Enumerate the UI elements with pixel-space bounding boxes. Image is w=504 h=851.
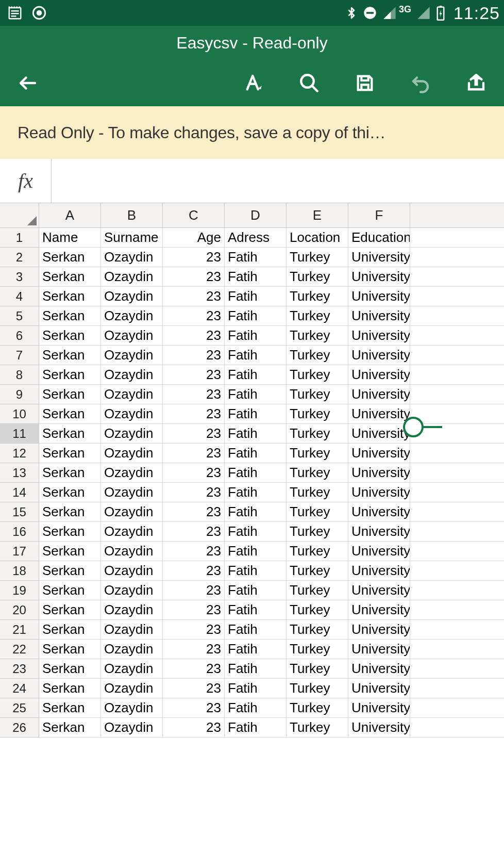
table-row[interactable]: 21SerkanOzaydin23FatihTurkeyUniversity	[0, 620, 504, 640]
cell[interactable]: 23	[163, 424, 225, 444]
formula-input[interactable]	[52, 159, 504, 203]
cell[interactable]: Turkey	[287, 561, 348, 581]
row-header[interactable]: 20	[0, 600, 39, 620]
cell[interactable]: 23	[163, 718, 225, 738]
row-header[interactable]: 6	[0, 326, 39, 346]
cell[interactable]: Serkan	[39, 365, 101, 385]
cell[interactable]: Ozaydin	[101, 679, 163, 698]
table-row[interactable]: 16SerkanOzaydin23FatihTurkeyUniversity	[0, 522, 504, 542]
cell[interactable]: Serkan	[39, 502, 101, 522]
table-row[interactable]: 8SerkanOzaydin23FatihTurkeyUniversity	[0, 365, 504, 385]
cell[interactable]: Turkey	[287, 346, 348, 365]
cell[interactable]: 23	[163, 385, 225, 404]
cell[interactable]: 23	[163, 620, 225, 640]
cell[interactable]: Fatih	[225, 385, 287, 404]
cell[interactable]: Fatih	[225, 404, 287, 424]
cell[interactable]: 23	[163, 522, 225, 542]
column-header-overflow[interactable]	[410, 203, 504, 228]
cell[interactable]: Serkan	[39, 581, 101, 600]
cell[interactable]: Serkan	[39, 385, 101, 404]
cell[interactable]: Ozaydin	[101, 522, 163, 542]
cell[interactable]: Fatih	[225, 522, 287, 542]
cell[interactable]: Fatih	[225, 561, 287, 581]
cell[interactable]: Ozaydin	[101, 698, 163, 718]
cell[interactable]: University	[348, 698, 410, 718]
cell[interactable]: University	[348, 620, 410, 640]
row-header[interactable]: 5	[0, 306, 39, 326]
cell[interactable]: Ozaydin	[101, 385, 163, 404]
cell[interactable]: Fatih	[225, 306, 287, 326]
cell[interactable]: 23	[163, 463, 225, 483]
cell[interactable]: 23	[163, 248, 225, 267]
cell[interactable]: 23	[163, 365, 225, 385]
cell[interactable]: Fatih	[225, 483, 287, 502]
cell[interactable]: 23	[163, 346, 225, 365]
cell[interactable]: University	[348, 463, 410, 483]
cell[interactable]: Ozaydin	[101, 600, 163, 620]
cell[interactable]: University	[348, 444, 410, 463]
cell[interactable]: Fatih	[225, 659, 287, 679]
row-header[interactable]: 17	[0, 542, 39, 561]
cell[interactable]: Turkey	[287, 620, 348, 640]
cell[interactable]: Turkey	[287, 502, 348, 522]
cell[interactable]: 23	[163, 679, 225, 698]
column-header-C[interactable]: C	[163, 203, 225, 228]
cell[interactable]: Fatih	[225, 326, 287, 346]
cell[interactable]	[410, 620, 504, 640]
cell[interactable]: University	[348, 346, 410, 365]
row-header[interactable]: 26	[0, 718, 39, 738]
cell[interactable]: University	[348, 385, 410, 404]
cell[interactable]: Serkan	[39, 679, 101, 698]
cell[interactable]	[410, 385, 504, 404]
cell[interactable]: University	[348, 326, 410, 346]
cell[interactable]: Fatih	[225, 267, 287, 287]
cell[interactable]: Ozaydin	[101, 444, 163, 463]
cell[interactable]: Turkey	[287, 522, 348, 542]
cell[interactable]	[410, 542, 504, 561]
cell[interactable]: 23	[163, 640, 225, 659]
back-button[interactable]	[15, 71, 40, 95]
cell[interactable]: Turkey	[287, 483, 348, 502]
column-header-A[interactable]: A	[39, 203, 101, 228]
column-header-D[interactable]: D	[225, 203, 287, 228]
cell[interactable]: University	[348, 306, 410, 326]
cell[interactable]: University	[348, 581, 410, 600]
table-row[interactable]: 15SerkanOzaydin23FatihTurkeyUniversity	[0, 502, 504, 522]
cell[interactable]: Fatih	[225, 698, 287, 718]
table-row[interactable]: 3SerkanOzaydin23FatihTurkeyUniversity	[0, 267, 504, 287]
cell[interactable]: University	[348, 267, 410, 287]
row-header[interactable]: 16	[0, 522, 39, 542]
cell[interactable]: University	[348, 600, 410, 620]
cell[interactable]	[410, 444, 504, 463]
cell[interactable]: Turkey	[287, 679, 348, 698]
cell[interactable]: 23	[163, 698, 225, 718]
cell[interactable]: Turkey	[287, 287, 348, 306]
cell[interactable]: Serkan	[39, 248, 101, 267]
cell[interactable]: 23	[163, 561, 225, 581]
row-header[interactable]: 11	[0, 424, 39, 444]
cell[interactable]: Ozaydin	[101, 287, 163, 306]
cell[interactable]: Turkey	[287, 640, 348, 659]
cell[interactable]: University	[348, 542, 410, 561]
cell[interactable]: Turkey	[287, 385, 348, 404]
cell[interactable]: Turkey	[287, 365, 348, 385]
cell[interactable]: Serkan	[39, 522, 101, 542]
cell[interactable]: 23	[163, 542, 225, 561]
cell[interactable]: Turkey	[287, 424, 348, 444]
table-row[interactable]: 24SerkanOzaydin23FatihTurkeyUniversity	[0, 679, 504, 698]
cell[interactable]: Turkey	[287, 248, 348, 267]
cell[interactable]: Adress	[225, 228, 287, 248]
cell[interactable]	[410, 600, 504, 620]
cell[interactable]: Ozaydin	[101, 502, 163, 522]
cell[interactable]: University	[348, 287, 410, 306]
cell[interactable]: Serkan	[39, 483, 101, 502]
cell[interactable]	[410, 659, 504, 679]
table-row[interactable]: 2SerkanOzaydin23FatihTurkeyUniversity	[0, 248, 504, 267]
cell[interactable]	[410, 679, 504, 698]
row-header[interactable]: 10	[0, 404, 39, 424]
select-all-corner[interactable]	[0, 203, 39, 228]
spreadsheet-grid[interactable]: 1NameSurnameAgeAdressLocationEducation2S…	[0, 228, 504, 738]
cell[interactable]: Ozaydin	[101, 326, 163, 346]
table-row[interactable]: 1NameSurnameAgeAdressLocationEducation	[0, 228, 504, 248]
cell[interactable]: Turkey	[287, 718, 348, 738]
